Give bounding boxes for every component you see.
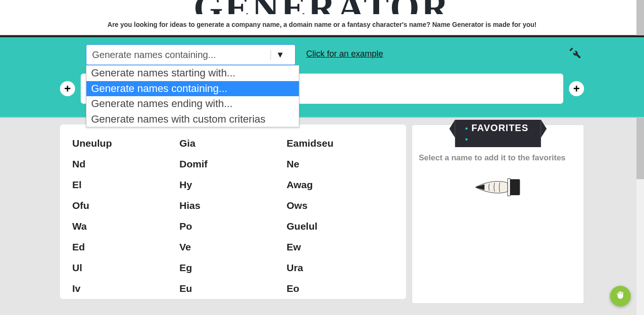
name-result[interactable]: Ofu	[72, 200, 179, 211]
name-result[interactable]: Hias	[179, 200, 287, 211]
name-result[interactable]: Ew	[287, 241, 394, 253]
mode-option-starting[interactable]: Generate names starting with...	[86, 66, 299, 81]
dot-icon: •	[465, 124, 468, 133]
name-result[interactable]: Ul	[72, 262, 179, 274]
name-result[interactable]: Gia	[179, 138, 287, 149]
add-right-button[interactable]: +	[569, 81, 584, 96]
name-result[interactable]: Guelul	[287, 221, 394, 232]
mode-dropdown-list: Generate names starting with... Generate…	[86, 65, 299, 127]
name-result[interactable]: Ows	[287, 200, 394, 211]
hand-raised-icon	[616, 290, 625, 302]
name-result[interactable]: Hy	[179, 179, 287, 191]
tools-icon[interactable]	[568, 47, 582, 63]
favorites-title-badge: • FAVORITES •	[455, 120, 541, 147]
chevron-down-icon: ▼	[271, 50, 289, 60]
svg-rect-0	[509, 180, 519, 195]
name-result[interactable]: Ve	[179, 241, 287, 253]
name-result[interactable]: Po	[179, 221, 287, 232]
mode-option-custom[interactable]: Generate names with custom criterias	[86, 112, 299, 127]
site-logo: GENERATOR	[0, 0, 644, 14]
name-result[interactable]: Ed	[72, 241, 179, 253]
name-result[interactable]: Iv	[72, 283, 179, 294]
name-result[interactable]: Ura	[287, 262, 394, 274]
name-result[interactable]: Nd	[72, 158, 179, 170]
plus-icon: +	[64, 82, 71, 95]
search-bar: Generate names containing... ▼ Generate …	[0, 35, 644, 118]
mode-option-ending[interactable]: Generate names ending with...	[86, 96, 299, 112]
add-left-button[interactable]: +	[60, 81, 75, 96]
example-link[interactable]: Click for an example	[306, 49, 383, 59]
mode-dropdown[interactable]: Generate names containing... ▼	[86, 44, 296, 65]
name-result[interactable]: El	[72, 179, 179, 191]
name-result[interactable]: Uneulup	[72, 138, 179, 149]
pointing-hand-icon	[419, 173, 577, 207]
svg-rect-1	[508, 179, 510, 196]
plus-icon: +	[573, 82, 580, 95]
tagline: Are you looking for ideas to generate a …	[0, 21, 644, 28]
name-result[interactable]: Ne	[287, 158, 394, 170]
name-result[interactable]: Domif	[179, 158, 287, 170]
name-result[interactable]: Eu	[179, 283, 287, 294]
name-result[interactable]: Awag	[287, 179, 394, 191]
name-result[interactable]: Wa	[72, 221, 179, 232]
results-panel: Uneulup Gia Eamidseu Nd Domif Ne El Hy A…	[60, 124, 406, 299]
favorites-panel: Select a name to add it to the favorites	[412, 124, 584, 304]
name-result[interactable]: Eo	[287, 283, 394, 294]
mode-dropdown-value: Generate names containing...	[92, 50, 271, 60]
favorites-title: FAVORITES	[471, 123, 528, 133]
dot-icon: •	[465, 135, 468, 143]
name-result[interactable]: Eg	[179, 262, 287, 274]
favorites-hint: Select a name to add it to the favorites	[419, 153, 577, 163]
header: GENERATOR Are you looking for ideas to g…	[0, 0, 644, 35]
mode-option-containing[interactable]: Generate names containing...	[86, 81, 299, 97]
help-fab[interactable]	[610, 286, 631, 307]
name-result[interactable]: Eamidseu	[287, 138, 394, 149]
